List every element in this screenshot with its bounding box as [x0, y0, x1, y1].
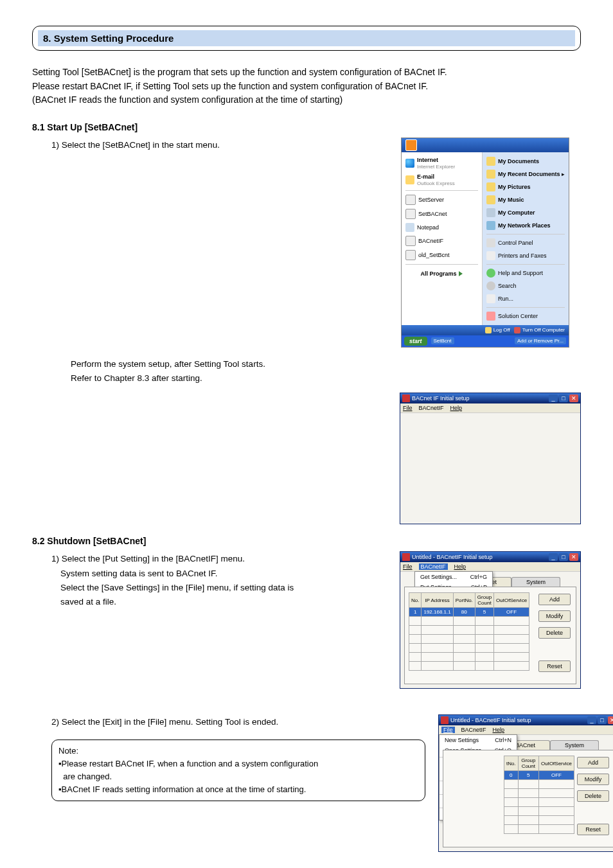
table-row[interactable] [504, 798, 574, 807]
table-row[interactable] [504, 816, 574, 825]
sm-run[interactable]: Run... [484, 292, 567, 305]
th-group: Group Count [475, 593, 493, 608]
minimize-button[interactable]: _ [549, 553, 558, 561]
tab-panel: No. IP Address PortNo. Group Count OutOf… [404, 587, 576, 684]
close-button[interactable]: ✕ [569, 553, 578, 561]
sm-control-panel[interactable]: Control Panel [484, 236, 567, 249]
table-row[interactable] [504, 780, 574, 789]
maximize-button[interactable]: □ [598, 716, 607, 724]
turnoff-label: Turn Off Computer [522, 327, 565, 333]
sm-my-music[interactable]: My Music [484, 193, 567, 206]
minimize-button[interactable]: _ [587, 716, 596, 724]
start-button[interactable]: start [404, 337, 427, 346]
sm-label: Help and Support [498, 270, 543, 276]
subsection-82-title: 8.2 Shutdown [SetBACnet] [32, 536, 581, 546]
sec82-step2: 2) Select the [Exit] in the [File] menu.… [51, 716, 425, 729]
table-row[interactable] [409, 653, 529, 662]
th-oos: OutOfService [494, 593, 529, 608]
table-row[interactable]: 0 5 OFF [504, 771, 574, 780]
window-put-settings: Untitled - BACnetIF Initial setup _ □ ✕ … [400, 551, 581, 689]
add-button[interactable]: Add [577, 757, 609, 768]
reset-button[interactable]: Reset [577, 824, 609, 835]
sm-recent-docs[interactable]: My Recent Documents ▸ [484, 168, 567, 181]
intro-p2: Please restart BACnet IF, if Setting Too… [32, 80, 581, 93]
delete-button[interactable]: Delete [538, 627, 571, 639]
window-file-menu: Untitled - BACnetIF Initial setup _ □ ✕ … [438, 714, 613, 852]
turn-off-button[interactable]: Turn Off Computer [514, 327, 565, 333]
table-row[interactable]: 1 192.168.1.1 80 5 OFF [409, 608, 529, 617]
menu-bacnetif[interactable]: BACnetIF [419, 563, 448, 570]
table-row[interactable] [409, 635, 529, 644]
reset-button[interactable]: Reset [538, 660, 571, 672]
mail-icon [405, 175, 414, 184]
new-settings-item[interactable]: New SettingsCtrl+N [440, 735, 517, 745]
sm-network-places[interactable]: My Network Places [484, 219, 567, 232]
sm-label: Solution Center [498, 313, 538, 319]
sm-internet[interactable]: Internet Internet Explorer [403, 155, 481, 172]
window-titlebar: Untitled - BACnetIF Initial setup _ □ ✕ [400, 552, 580, 562]
sm-item-bacnetif[interactable]: BACnetIF [403, 234, 481, 248]
sm-help-support[interactable]: Help and Support [484, 267, 567, 279]
table-row[interactable] [504, 807, 574, 816]
modify-button[interactable]: Modify [577, 774, 609, 785]
close-button[interactable]: ✕ [608, 716, 613, 724]
sm-item-notepad[interactable]: Notepad [403, 221, 481, 234]
sm-label: My Network Places [498, 222, 551, 229]
app-icon [441, 716, 449, 724]
delete-button[interactable]: Delete [577, 790, 609, 802]
tab-system[interactable]: System [550, 740, 599, 750]
cell: 5 [518, 771, 538, 780]
minimize-button[interactable]: _ [549, 394, 558, 402]
log-off-button[interactable]: Log Off [485, 327, 510, 333]
window-title: Untitled - BACnetIF Initial setup [412, 554, 493, 560]
sm-label: Search [498, 283, 517, 289]
sec82-step1c: Select the [Save Settings] in the [File]… [60, 581, 387, 594]
taskbar-item[interactable]: SetBcnt [431, 337, 454, 344]
table-row[interactable] [409, 626, 529, 635]
close-button[interactable]: ✕ [569, 394, 578, 402]
menu-file[interactable]: File [403, 563, 413, 570]
sm-item-oldsetbcnt[interactable]: old_SetBcnt [403, 248, 481, 262]
sm-search[interactable]: Search [484, 279, 567, 292]
sm-my-documents[interactable]: My Documents [484, 155, 567, 168]
note-title: Note: [58, 745, 418, 757]
turnoff-icon [514, 327, 520, 333]
window-title: Untitled - BACnetIF Initial setup [450, 717, 531, 723]
th-oos: OutOfService [538, 756, 574, 771]
modify-button[interactable]: Modify [538, 610, 571, 622]
menu-help[interactable]: Help [454, 563, 466, 570]
taskbar-item[interactable]: Add or Remove Pr... [515, 337, 566, 344]
menu-help[interactable]: Help [450, 405, 463, 411]
all-programs[interactable]: All Programs [403, 267, 481, 281]
sm-label: My Pictures [498, 184, 531, 190]
add-button[interactable]: Add [538, 594, 571, 605]
table-row[interactable] [409, 617, 529, 626]
sm-label: SetBACnet [418, 211, 447, 217]
table-row[interactable] [504, 789, 574, 798]
sm-email[interactable]: E-mail Outlook Express [403, 172, 481, 188]
sm-item-setbacnet[interactable]: SetBACnet [403, 207, 481, 221]
get-settings-item[interactable]: Get Settings...Ctrl+G [415, 572, 492, 582]
maximize-button[interactable]: □ [559, 394, 568, 402]
menu-file[interactable]: File [441, 727, 455, 733]
menu-help[interactable]: Help [493, 727, 505, 733]
section-header-wrap: 8. System Setting Procedure [32, 26, 581, 51]
control-panel-icon [486, 238, 495, 247]
dd-shortcut: Ctrl+N [495, 737, 511, 743]
menu-file[interactable]: File [403, 405, 413, 411]
menubar: File BACnetIF Help [400, 562, 580, 572]
sm-item-setserver[interactable]: SetServer [403, 193, 481, 207]
app-icon [402, 553, 410, 561]
tab-system[interactable]: System [511, 577, 560, 587]
maximize-button[interactable]: □ [559, 553, 568, 561]
table-row[interactable] [409, 662, 529, 671]
sm-solution-center[interactable]: Solution Center [484, 310, 567, 323]
note-b1b: are changed. [58, 771, 418, 783]
menu-bacnetif[interactable]: BACnetIF [419, 405, 444, 411]
sm-printers-faxes[interactable]: Printers and Faxes [484, 249, 567, 262]
sm-my-pictures[interactable]: My Pictures [484, 181, 567, 193]
sm-my-computer[interactable]: My Computer [484, 206, 567, 219]
menu-bacnetif[interactable]: BACnetIF [461, 727, 486, 733]
table-row[interactable] [409, 644, 529, 653]
table-row[interactable] [504, 825, 574, 834]
